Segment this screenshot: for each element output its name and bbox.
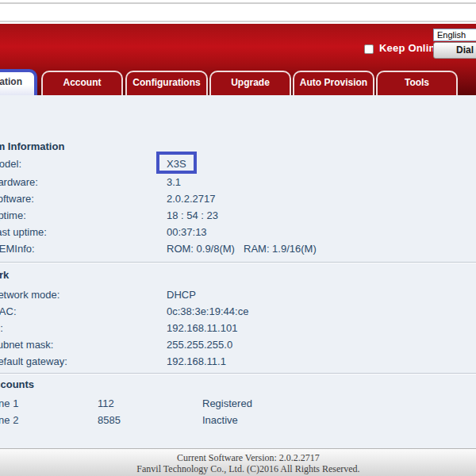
hardware-value: 3.1 [167, 176, 181, 188]
subnet-mask-value: 255.255.255.0 [167, 339, 232, 351]
tab-configurations[interactable]: Configurations [125, 71, 208, 95]
model-value: X3S [167, 158, 186, 170]
divider [0, 21, 476, 22]
subnet-mask-label: Subnet mask: [0, 339, 54, 351]
tab-upgrade[interactable]: Upgrade [209, 71, 291, 95]
ip-label: IP: [0, 322, 3, 334]
default-gateway-label: Default gateway: [0, 355, 67, 367]
line1-number: 112 [98, 397, 114, 409]
page-header: English Keep Online Dial Information Acc… [0, 24, 476, 95]
section-title-network: Network [0, 269, 9, 281]
section-title-system-information: System Information [0, 140, 64, 152]
tab-tools[interactable]: Tools [376, 71, 458, 95]
section-title-sip-accounts: SIP Accounts [0, 378, 34, 390]
uptime-label: Uptime: [0, 209, 26, 221]
tab-account[interactable]: Account [41, 71, 123, 95]
line2-number: 8585 [98, 414, 121, 426]
main-tab-bar: Information Account Configurations Upgra… [0, 70, 476, 95]
page-footer: Current Software Version: 2.0.2.2717 Fan… [0, 448, 476, 476]
divider [0, 2, 476, 4]
browser-top-strip [0, 0, 476, 24]
line1-label: Line 1 [0, 397, 18, 409]
software-label: Software: [0, 193, 34, 205]
footer-version-text: Current Software Version: 2.0.2.2717 [21, 452, 476, 463]
default-gateway-value: 192.168.11.1 [167, 355, 226, 367]
tab-auto-provision[interactable]: Auto Provision [293, 71, 374, 95]
meminfo-label: MEMInfo: [0, 243, 35, 255]
last-uptime-value: 00:37:13 [167, 226, 207, 238]
uptime-value: 18 : 54 : 23 [167, 209, 218, 221]
tab-information[interactable]: Information [0, 69, 37, 95]
mac-label: MAC: [0, 305, 17, 317]
line2-status: Inactive [202, 414, 238, 426]
model-label: Model: [0, 158, 21, 170]
keep-online-label: Keep Online [379, 42, 441, 54]
meminfo-rom-value: ROM: 0.9/8(M) [167, 243, 235, 255]
software-value: 2.0.2.2717 [167, 193, 215, 205]
network-mode-value: DHCP [167, 289, 196, 301]
network-mode-label: Network mode: [0, 289, 60, 301]
mac-value: 0c:38:3e:19:44:ce [167, 305, 248, 317]
line1-status: Registered [202, 397, 252, 409]
information-panel: System Information Model: X3S Hardware: … [0, 95, 476, 448]
dial-button[interactable]: Dial [433, 42, 476, 59]
section-divider [0, 262, 476, 263]
ip-value: 192.168.11.101 [167, 322, 237, 334]
language-select[interactable]: English [433, 29, 476, 41]
line2-label: Line 2 [0, 414, 18, 426]
footer-copyright-text: Fanvil Technology Co., Ltd. (C)2016 All … [21, 463, 476, 474]
last-uptime-label: Last uptime: [0, 226, 47, 238]
fanvil-web-ui: English Keep Online Dial Information Acc… [0, 0, 476, 476]
hardware-label: Hardware: [0, 176, 38, 188]
keep-online-checkbox[interactable] [364, 44, 374, 54]
meminfo-ram-value: RAM: 1.9/16(M) [244, 243, 317, 255]
section-divider [0, 373, 476, 374]
